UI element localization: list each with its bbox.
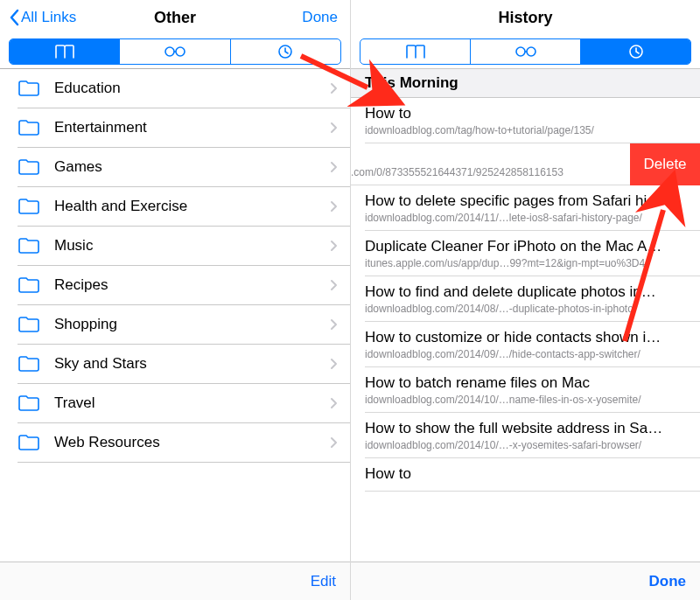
- history-url: .com/0/873355521644371/925242858116153: [351, 166, 625, 178]
- toolbar: Edit: [0, 562, 350, 600]
- folder-icon: [18, 434, 40, 451]
- bookmarks-icon: [404, 44, 427, 59]
- history-icon: [276, 44, 294, 59]
- folder-label: Music: [54, 237, 330, 255]
- delete-button[interactable]: Delete: [630, 143, 700, 185]
- folder-label: Web Resources: [54, 434, 330, 451]
- history-url: idownloadblog.com/2014/11/…lete-ios8-saf…: [365, 212, 690, 224]
- segmented-control: [351, 35, 700, 68]
- folder-row[interactable]: Travel: [18, 384, 350, 422]
- segment-bookmarks[interactable]: [360, 39, 470, 64]
- history-url: idownloadblog.com/tag/how-to+tutorial/pa…: [365, 124, 690, 136]
- folder-row[interactable]: Shopping: [18, 305, 350, 344]
- segment-history[interactable]: [580, 39, 690, 64]
- history-item[interactable]: How to idownloadblog.com/tag/how-to+tuto…: [351, 98, 700, 143]
- segment-readinglist[interactable]: [470, 39, 580, 64]
- nav-title: History: [498, 9, 552, 27]
- history-title: How to show the full website address in …: [365, 420, 690, 437]
- folder-label: Sky and Stars: [54, 355, 330, 373]
- segment-history[interactable]: [230, 39, 340, 64]
- chevron-left-icon: [9, 9, 19, 26]
- folder-row[interactable]: Music: [18, 227, 350, 265]
- bookmarks-icon: [53, 44, 76, 59]
- back-label: All Links: [21, 9, 76, 26]
- folder-row[interactable]: Health and Exercise: [18, 187, 350, 226]
- folder-label: Games: [54, 158, 330, 176]
- folder-row[interactable]: Web Resources: [18, 423, 350, 462]
- folder-row[interactable]: Entertainment: [18, 108, 350, 147]
- chevron-right-icon: [330, 200, 338, 213]
- history-item[interactable]: Duplicate Cleaner For iPhoto on the Mac …: [351, 231, 700, 276]
- done-button[interactable]: Done: [649, 573, 687, 590]
- history-item[interactable]: How to: [351, 458, 700, 492]
- folder-icon: [18, 394, 40, 412]
- segment-readinglist[interactable]: [119, 39, 229, 64]
- folder-label: Health and Exercise: [54, 198, 330, 215]
- folder-icon: [18, 276, 40, 294]
- history-title: How to: [365, 105, 690, 122]
- segmented-control: [0, 35, 350, 68]
- folder-icon: [18, 237, 40, 255]
- chevron-right-icon: [330, 397, 338, 409]
- edit-button[interactable]: Edit: [311, 573, 336, 590]
- folder-label: Recipes: [54, 276, 330, 294]
- chevron-right-icon: [330, 318, 338, 331]
- svg-point-0: [165, 47, 174, 56]
- history-item[interactable]: How to batch rename files on Macidownloa…: [351, 367, 700, 413]
- folder-label: Entertainment: [54, 119, 330, 136]
- history-url: itunes.apple.com/us/app/dup…99?mt=12&ign…: [365, 257, 690, 269]
- chevron-right-icon: [330, 122, 338, 134]
- folder-icon: [18, 355, 40, 373]
- folder-icon: [18, 119, 40, 136]
- history-item[interactable]: How to delete specific pages from Safari…: [351, 185, 700, 231]
- readinglist-icon: [513, 44, 539, 59]
- history-item[interactable]: How to show the full website address in …: [351, 413, 700, 458]
- folder-row[interactable]: Education: [18, 69, 350, 108]
- folder-icon: [18, 158, 40, 176]
- navbar: All Links Other Done: [0, 0, 350, 35]
- history-list[interactable]: How to idownloadblog.com/tag/how-to+tuto…: [351, 98, 700, 562]
- folder-row[interactable]: Games: [18, 148, 350, 186]
- history-title: How to batch rename files on Mac: [365, 374, 690, 392]
- folder-label: Shopping: [54, 316, 330, 333]
- chevron-right-icon: [330, 358, 338, 370]
- history-item-swiped[interactable]: .com/0/873355521644371/925242858116153 D…: [351, 143, 700, 185]
- folder-icon: [18, 316, 40, 333]
- chevron-right-icon: [330, 279, 338, 291]
- svg-point-3: [516, 47, 525, 56]
- navbar: History: [351, 0, 700, 35]
- folder-icon: [18, 80, 40, 97]
- bookmarks-screen: All Links Other Done: [0, 0, 350, 600]
- folder-list[interactable]: EducationEntertainmentGamesHealth and Ex…: [0, 69, 350, 562]
- folder-row[interactable]: Recipes: [18, 266, 350, 304]
- history-screen: History: [350, 0, 700, 600]
- history-url: idownloadblog.com/2014/08/…-duplicate-ph…: [365, 303, 690, 315]
- history-item[interactable]: How to customize or hide contacts shown …: [351, 322, 700, 367]
- svg-point-1: [176, 47, 185, 56]
- chevron-right-icon: [330, 436, 338, 449]
- history-title: How to delete specific pages from Safari…: [365, 192, 690, 210]
- folder-row[interactable]: Sky and Stars: [18, 345, 350, 383]
- nav-title: Other: [154, 9, 196, 27]
- history-title: Duplicate Cleaner For iPhoto on the Mac …: [365, 238, 690, 255]
- back-button[interactable]: All Links: [9, 0, 76, 35]
- section-header: This Morning: [351, 68, 700, 98]
- history-title: How to customize or hide contacts shown …: [365, 329, 690, 346]
- chevron-right-icon: [330, 240, 338, 252]
- history-item[interactable]: How to find and delete duplicate photos …: [351, 276, 700, 322]
- segment-bookmarks[interactable]: [10, 39, 119, 64]
- done-button[interactable]: Done: [302, 0, 338, 35]
- chevron-right-icon: [330, 161, 338, 173]
- history-title: How to find and delete duplicate photos …: [365, 283, 690, 301]
- chevron-right-icon: [330, 82, 338, 94]
- folder-label: Travel: [54, 394, 330, 412]
- history-url: idownloadblog.com/2014/10/…name-files-in…: [365, 394, 690, 406]
- history-title: How to: [365, 465, 690, 483]
- history-icon: [627, 44, 645, 59]
- folder-icon: [18, 198, 40, 215]
- toolbar: Done: [351, 562, 700, 600]
- history-url: idownloadblog.com/2014/09/…/hide-contact…: [365, 348, 690, 360]
- folder-label: Education: [54, 80, 330, 97]
- svg-point-4: [527, 47, 536, 56]
- history-url: idownloadblog.com/2014/10/…-x-yosemites-…: [365, 439, 690, 451]
